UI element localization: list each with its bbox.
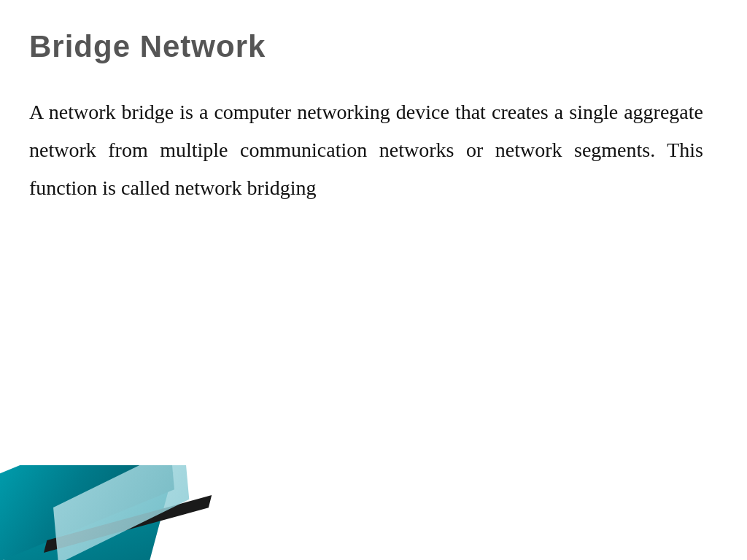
slide-container: Bridge Network A network bridge is a com…	[0, 0, 747, 560]
slide-body: A network bridge is a computer networkin…	[29, 93, 703, 206]
slide-title: Bridge Network	[29, 29, 703, 64]
bottom-decoration	[0, 465, 233, 560]
